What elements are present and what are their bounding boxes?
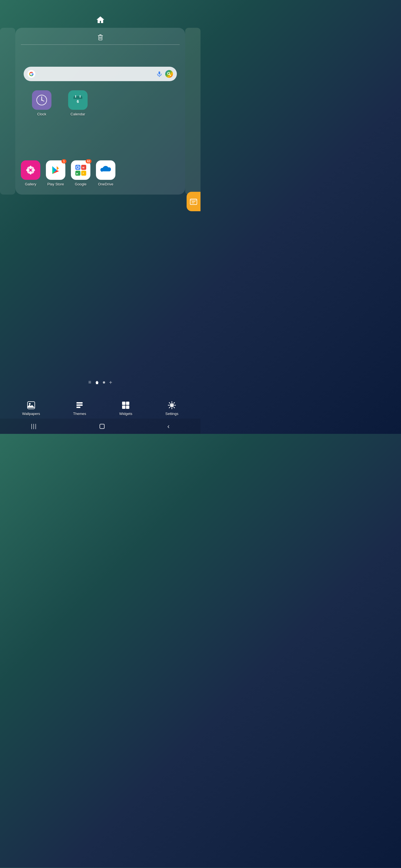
svg-rect-38 [28, 402, 35, 409]
svg-text:M: M [82, 166, 85, 169]
svg-rect-41 [77, 404, 83, 406]
app-clock[interactable]: Clock [32, 90, 52, 116]
app-playstore[interactable]: 1 Play Store [46, 160, 65, 186]
lens-icon[interactable] [165, 70, 173, 78]
toolbar-widgets[interactable]: Widgets [119, 401, 132, 416]
wallpapers-icon [27, 401, 35, 409]
home-indicator[interactable] [95, 380, 99, 384]
add-page-icon[interactable]: + [109, 380, 112, 385]
page-indicators: ≡ + [88, 379, 112, 385]
bottom-toolbar: Wallpapers Themes Widgets Settings [0, 401, 200, 416]
svg-rect-36 [192, 201, 196, 202]
svg-text:▶: ▶ [77, 172, 79, 175]
svg-rect-46 [126, 405, 129, 409]
clock-icon [32, 90, 52, 110]
playstore-label: Play Store [47, 182, 64, 186]
bg-left-panel [0, 28, 15, 194]
svg-rect-43 [122, 402, 125, 405]
app-onedrive[interactable]: OneDrive [96, 160, 115, 186]
svg-rect-49 [100, 424, 104, 429]
bg-right-panel [185, 28, 200, 194]
pages-icon[interactable]: ≡ [88, 379, 91, 385]
toolbar-wallpapers[interactable]: Wallpapers [22, 401, 40, 416]
app-calendar[interactable]: 6 Calendar [68, 90, 88, 116]
app-my-partial[interactable] [187, 192, 200, 211]
onedrive-label: OneDrive [98, 182, 113, 186]
apps-row2: Gallery [21, 160, 180, 186]
clock-label: Clock [37, 112, 47, 116]
svg-point-30 [29, 169, 32, 171]
app-google[interactable]: M ▶ ✦ 62 Google [71, 160, 90, 186]
nav-recents[interactable]: ||| [31, 423, 37, 429]
playstore-badge: 1 [61, 159, 66, 163]
google-label: Google [75, 182, 86, 186]
settings-icon [168, 401, 176, 409]
toolbar-settings[interactable]: Settings [166, 401, 178, 416]
svg-rect-37 [192, 203, 194, 203]
app-gallery[interactable]: Gallery [21, 160, 40, 186]
svg-point-47 [171, 404, 173, 406]
svg-line-10 [169, 74, 171, 75]
dot-indicator [103, 381, 105, 383]
svg-rect-17 [74, 98, 82, 99]
svg-text:6: 6 [77, 99, 79, 104]
onedrive-icon [96, 160, 115, 180]
calendar-icon: 6 [68, 90, 88, 110]
toolbar-themes[interactable]: Themes [73, 401, 86, 416]
svg-rect-45 [122, 405, 125, 409]
themes-icon [75, 401, 84, 409]
mic-icon[interactable] [156, 71, 163, 77]
nav-bar: ||| ‹ [0, 418, 200, 434]
card-divider [21, 44, 180, 45]
themes-label: Themes [73, 412, 86, 416]
google-badge: 62 [86, 159, 91, 163]
svg-point-14 [41, 99, 42, 101]
playstore-icon: 1 [46, 160, 65, 180]
svg-rect-7 [159, 71, 160, 74]
svg-text:✦: ✦ [82, 172, 84, 175]
main-card: Clock 6 Calendar [15, 28, 185, 194]
nav-back[interactable]: ‹ [167, 423, 170, 430]
calendar-label: Calendar [70, 112, 85, 116]
svg-rect-40 [77, 402, 83, 404]
widgets-icon [121, 401, 130, 409]
svg-point-39 [29, 403, 31, 405]
nav-home[interactable] [99, 423, 106, 430]
gallery-label: Gallery [25, 182, 36, 186]
gallery-icon [21, 160, 40, 180]
google-icon: M ▶ ✦ 62 [71, 160, 90, 180]
widgets-label: Widgets [119, 412, 132, 416]
trash-icon[interactable] [96, 33, 104, 41]
settings-label: Settings [166, 412, 178, 416]
home-icon-top [96, 15, 105, 24]
google-logo [28, 70, 35, 78]
apps-row1: Clock 6 Calendar [32, 90, 88, 116]
svg-rect-42 [77, 407, 80, 408]
search-bar[interactable] [24, 67, 177, 81]
svg-rect-44 [126, 402, 129, 405]
wallpapers-label: Wallpapers [22, 412, 40, 416]
